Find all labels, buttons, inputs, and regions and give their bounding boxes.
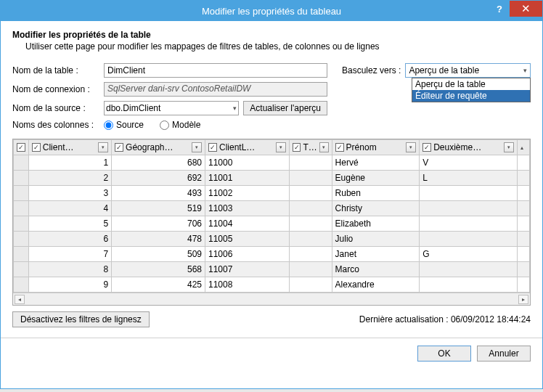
switch-dropdown: Aperçu de la table Éditeur de requête xyxy=(412,78,531,102)
form-left: Nom de la table : Nom de connexion : Sql… xyxy=(12,63,327,134)
cell-spacer xyxy=(518,262,530,277)
row-selector[interactable] xyxy=(14,171,29,186)
checkbox-icon[interactable]: ✓ xyxy=(293,143,301,152)
refresh-preview-button[interactable]: Actualiser l'aperçu xyxy=(243,101,327,115)
horizontal-scrollbar[interactable]: ◂ ▸ xyxy=(13,293,530,305)
window-title: Modifier les propriétés du tableau xyxy=(1,6,542,17)
row-selector[interactable] xyxy=(14,201,29,216)
select-all-header[interactable]: ✓ xyxy=(14,140,29,155)
row-selector[interactable] xyxy=(14,155,29,171)
row-selector[interactable] xyxy=(14,232,29,247)
table-row[interactable]: 570611004Elizabeth xyxy=(14,216,530,232)
cell-spacer xyxy=(518,277,530,293)
filter-icon[interactable] xyxy=(504,142,514,152)
table-row[interactable]: 168011000HervéV xyxy=(14,155,530,171)
source-select[interactable]: dbo.DimClient ▾ xyxy=(104,101,239,115)
cell-t xyxy=(290,186,332,201)
radio-model[interactable]: Modèle xyxy=(160,120,200,130)
table-row[interactable]: 647811005Julio xyxy=(14,232,530,247)
checkbox-icon[interactable]: ✓ xyxy=(115,143,123,152)
cell-t xyxy=(290,216,332,232)
header-row: ✓ ✓Client… ✓Géograph… ✓ClientL… ✓T… ✓Pré… xyxy=(14,140,530,155)
filter-icon[interactable] xyxy=(98,142,108,152)
cell-clientl: 11002 xyxy=(205,186,290,201)
cell-deuxieme xyxy=(420,232,518,247)
cell-spacer xyxy=(518,201,530,216)
radio-model-input[interactable] xyxy=(160,121,169,130)
chevron-up-icon[interactable]: ▴ xyxy=(520,144,523,151)
table-name-label: Nom de la table : xyxy=(12,65,104,75)
table-row[interactable]: 750911006JanetG xyxy=(14,247,530,262)
row-selector[interactable] xyxy=(14,277,29,293)
col-header-geograph[interactable]: ✓Géograph… xyxy=(112,140,205,155)
table-row[interactable]: 269211001EugèneL xyxy=(14,171,530,186)
cell-t xyxy=(290,262,332,277)
cell-client: 9 xyxy=(28,277,111,293)
cell-deuxieme xyxy=(420,201,518,216)
cell-spacer xyxy=(518,171,530,186)
table-row[interactable]: 856811007Marco xyxy=(14,262,530,277)
cell-spacer xyxy=(518,216,530,232)
scroll-right-icon[interactable]: ▸ xyxy=(518,295,528,304)
col-header-t[interactable]: ✓T… xyxy=(290,140,332,155)
checkbox-icon[interactable]: ✓ xyxy=(335,143,344,152)
checkbox-icon[interactable]: ✓ xyxy=(32,143,41,152)
filter-icon[interactable] xyxy=(276,142,286,152)
cell-prenom: Julio xyxy=(332,232,420,247)
cell-prenom: Alexandre xyxy=(332,277,420,293)
radio-source-input[interactable] xyxy=(104,121,113,130)
cell-client: 5 xyxy=(28,216,111,232)
chevron-down-icon: ▾ xyxy=(523,67,527,74)
last-updated-text: Dernière actualisation : 06/09/2012 18:4… xyxy=(359,314,531,324)
row-selector[interactable] xyxy=(14,216,29,232)
cell-prenom: Ruben xyxy=(332,186,420,201)
table-row[interactable]: 942511008Alexandre xyxy=(14,277,530,293)
cell-clientl: 11004 xyxy=(205,216,290,232)
col-header-client[interactable]: ✓Client… xyxy=(28,140,111,155)
filter-icon[interactable] xyxy=(192,142,202,152)
dropdown-item-preview[interactable]: Aperçu de la table xyxy=(412,78,530,90)
row-selector[interactable] xyxy=(14,247,29,262)
footer-separator xyxy=(1,338,542,338)
table-name-input[interactable] xyxy=(104,63,327,78)
window-controls: ? ✕ xyxy=(489,1,542,17)
row-selector[interactable] xyxy=(14,186,29,201)
cell-clientl: 11001 xyxy=(205,171,290,186)
filter-icon[interactable] xyxy=(319,142,329,152)
cell-clientl: 11008 xyxy=(205,277,290,293)
cell-prenom: Eugène xyxy=(332,171,420,186)
cancel-button[interactable]: Annuler xyxy=(477,346,531,362)
checkbox-icon[interactable]: ✓ xyxy=(422,143,431,152)
cell-client: 3 xyxy=(28,186,111,201)
table-row[interactable]: 349311002Ruben xyxy=(14,186,530,201)
switch-select[interactable]: Aperçu de la table ▾ xyxy=(405,63,531,78)
cell-geo: 425 xyxy=(112,277,205,293)
cell-deuxieme: G xyxy=(420,247,518,262)
close-button[interactable]: ✕ xyxy=(510,1,542,17)
row-selector[interactable] xyxy=(14,262,29,277)
cell-clientl: 11000 xyxy=(205,155,290,171)
table-row[interactable]: 451911003Christy xyxy=(14,201,530,216)
col-header-prenom[interactable]: ✓Prénom xyxy=(332,140,420,155)
col-header-deuxieme[interactable]: ✓Deuxième… xyxy=(420,140,518,155)
dropdown-item-query-editor[interactable]: Éditeur de requête xyxy=(412,90,530,102)
cell-geo: 509 xyxy=(112,247,205,262)
filter-icon[interactable] xyxy=(406,142,416,152)
checkbox-icon[interactable]: ✓ xyxy=(208,143,217,152)
col-header-clientl[interactable]: ✓ClientL… xyxy=(205,140,290,155)
radio-source[interactable]: Source xyxy=(104,120,144,130)
cell-geo: 493 xyxy=(112,186,205,201)
help-button[interactable]: ? xyxy=(489,1,510,17)
cell-deuxieme: L xyxy=(420,171,518,186)
cell-geo: 692 xyxy=(112,171,205,186)
data-grid: ✓ ✓Client… ✓Géograph… ✓ClientL… ✓T… ✓Pré… xyxy=(12,139,531,306)
scroll-left-icon[interactable]: ◂ xyxy=(15,295,25,304)
cell-clientl: 11005 xyxy=(205,232,290,247)
cell-t xyxy=(290,171,332,186)
under-grid-bar: Désactivez les filtres de lignesz Derniè… xyxy=(12,311,531,327)
cell-prenom: Elizabeth xyxy=(332,216,420,232)
ok-button[interactable]: OK xyxy=(417,346,471,362)
cell-t xyxy=(290,201,332,216)
checkbox-icon[interactable]: ✓ xyxy=(17,143,25,152)
disable-row-filters-button[interactable]: Désactivez les filtres de lignesz xyxy=(12,311,150,327)
